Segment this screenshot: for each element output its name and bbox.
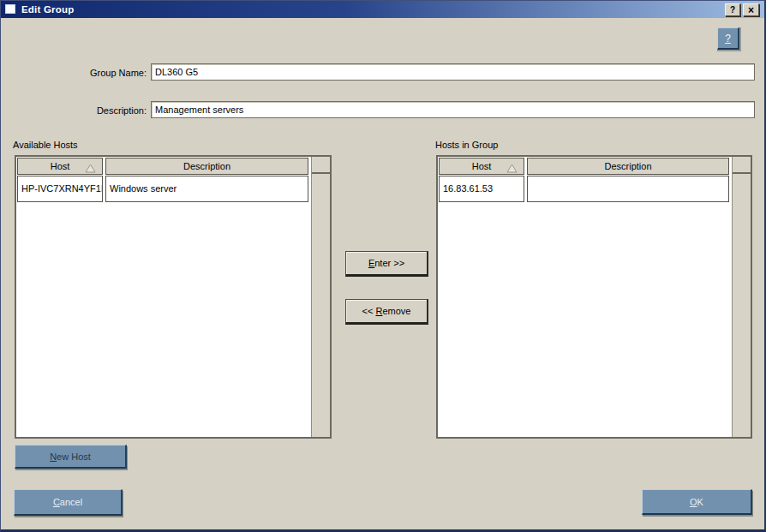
new-host-button[interactable]: New Host bbox=[15, 445, 127, 469]
table-row[interactable]: 16.83.61.53 bbox=[438, 176, 731, 202]
enter-button-rest: nter >> bbox=[374, 258, 404, 268]
edit-group-dialog: Edit Group ? × ? Group Name: Description… bbox=[0, 0, 766, 532]
description-cell bbox=[527, 176, 729, 202]
ok-button-rest: K bbox=[697, 497, 703, 507]
hosts-in-group-label: Hosts in Group bbox=[435, 140, 498, 150]
new-host-button-accel: N bbox=[50, 451, 57, 462]
description-cell: Windows server bbox=[105, 176, 308, 202]
ok-button[interactable]: OK bbox=[642, 489, 752, 515]
scrollbar-gutter-header bbox=[312, 157, 330, 174]
titlebar-help-button[interactable]: ? bbox=[725, 3, 740, 16]
available-hosts-label: Available Hosts bbox=[13, 140, 78, 150]
available-hosts-header: Host Description bbox=[16, 157, 310, 176]
cancel-button[interactable]: Cancel bbox=[14, 489, 123, 516]
remove-button-rest: emove bbox=[382, 306, 410, 316]
remove-button-pre: << bbox=[362, 306, 376, 316]
description-label: Description: bbox=[1, 105, 147, 116]
column-header-host-label: Host bbox=[472, 161, 492, 171]
available-hosts-table: Host Description HP-IVC7XRN4YF1F Windows… bbox=[15, 155, 332, 439]
ok-button-accel: O bbox=[690, 497, 697, 507]
description-input[interactable] bbox=[151, 101, 755, 118]
column-header-host-label: Host bbox=[51, 161, 70, 171]
scrollbar-gutter-header bbox=[733, 157, 751, 174]
column-header-description[interactable]: Description bbox=[527, 158, 729, 175]
group-name-label: Group Name: bbox=[1, 68, 147, 78]
group-name-input[interactable] bbox=[151, 63, 755, 81]
cancel-button-accel: C bbox=[53, 497, 60, 507]
help-button[interactable]: ? bbox=[717, 27, 739, 50]
table-row[interactable]: HP-IVC7XRN4YF1F Windows server bbox=[16, 176, 310, 202]
host-cell: HP-IVC7XRN4YF1F bbox=[17, 176, 103, 202]
host-cell: 16.83.61.53 bbox=[439, 176, 524, 202]
remove-button[interactable]: << Remove bbox=[345, 299, 428, 325]
application-icon bbox=[5, 4, 15, 14]
close-icon[interactable]: × bbox=[743, 3, 759, 16]
column-header-host[interactable]: Host bbox=[439, 158, 524, 175]
scrollbar-gutter bbox=[732, 157, 751, 437]
new-host-button-rest: ew Host bbox=[57, 451, 91, 462]
enter-button[interactable]: Enter >> bbox=[345, 251, 428, 277]
titlebar: Edit Group ? × bbox=[1, 1, 764, 18]
cancel-button-rest: ancel bbox=[60, 497, 82, 507]
hosts-in-group-header: Host Description bbox=[438, 157, 731, 176]
scrollbar-gutter bbox=[311, 157, 330, 437]
hosts-in-group-table: Host Description 16.83.61.53 bbox=[436, 155, 752, 439]
column-header-host[interactable]: Host bbox=[17, 158, 103, 175]
window-title: Edit Group bbox=[21, 1, 74, 18]
column-header-description[interactable]: Description bbox=[105, 158, 308, 175]
